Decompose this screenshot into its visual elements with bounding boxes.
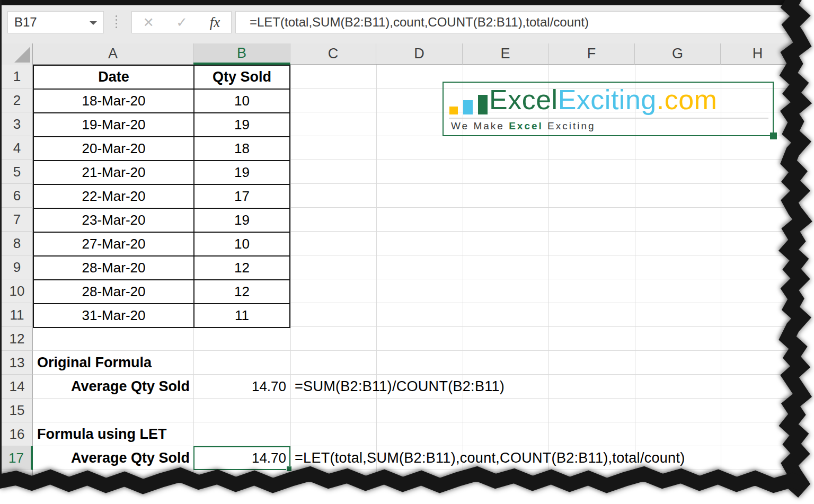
logo-bar-blue-icon xyxy=(463,100,473,114)
logo-bar-gold-icon xyxy=(449,107,458,114)
row-header-16[interactable]: 16 xyxy=(2,422,33,446)
logo-wordmark: ExcelExciting.com xyxy=(489,83,717,116)
row-header-7[interactable]: 7 xyxy=(2,208,33,232)
cell-B7[interactable]: 19 xyxy=(194,209,290,233)
row-header-10[interactable]: 10 xyxy=(2,279,33,303)
logo-word-excel: Excel xyxy=(489,84,558,115)
cell-header-B1[interactable]: Qty Sold xyxy=(194,66,290,90)
insert-function-icon[interactable]: fx xyxy=(210,14,220,31)
cell-B3[interactable]: 19 xyxy=(194,113,290,137)
logo-underline xyxy=(449,118,768,119)
cell-A17[interactable]: Average Qty Sold xyxy=(33,446,193,470)
cell-B8[interactable]: 10 xyxy=(194,233,290,257)
row-header-17[interactable]: 17 xyxy=(2,446,33,470)
cell-B4[interactable]: 18 xyxy=(194,137,290,161)
excelexciting-logo[interactable]: ExcelExciting.com We Make Excel Exciting xyxy=(443,82,774,136)
column-header-E[interactable]: E xyxy=(463,43,548,65)
cell-A13[interactable]: Original Formula xyxy=(37,351,152,375)
grid-line xyxy=(376,65,377,478)
row-header-8[interactable]: 8 xyxy=(2,232,33,255)
row-header-12[interactable]: 12 xyxy=(2,327,33,351)
cell-A8[interactable]: 27-Mar-20 xyxy=(34,233,194,257)
screenshot-border-left xyxy=(0,0,2,476)
fill-handle[interactable] xyxy=(286,466,292,472)
row-header-4[interactable]: 4 xyxy=(2,136,33,160)
formula-buttons: ✕ ✓ fx xyxy=(131,11,232,33)
cell-A3[interactable]: 19-Mar-20 xyxy=(34,113,194,137)
row-header-15[interactable]: 15 xyxy=(2,399,33,422)
select-all-button[interactable] xyxy=(2,43,33,65)
select-all-triangle-icon xyxy=(14,47,30,63)
logo-bar-green-icon xyxy=(478,95,488,114)
column-header-B[interactable]: B xyxy=(193,43,290,65)
object-resize-handle[interactable] xyxy=(770,132,777,139)
cell-A10[interactable]: 28-Mar-20 xyxy=(34,280,194,304)
row-header-3[interactable]: 3 xyxy=(2,112,33,136)
cell-B14[interactable]: 14.70 xyxy=(193,375,290,399)
cell-A5[interactable]: 21-Mar-20 xyxy=(34,161,194,185)
row-header-13[interactable]: 13 xyxy=(2,351,33,375)
tagline-brand: Excel xyxy=(509,120,543,131)
cell-C17[interactable]: =LET(total,SUM(B2:B11),count,COUNT(B2:B1… xyxy=(295,446,685,470)
cell-B9[interactable]: 12 xyxy=(194,257,290,280)
row-header-2[interactable]: 2 xyxy=(2,89,33,112)
logo-word-exciting: Exciting xyxy=(558,84,657,115)
row-header-11[interactable]: 11 xyxy=(2,303,33,327)
cell-B11[interactable]: 11 xyxy=(194,304,290,328)
tagline-prefix: We Make xyxy=(451,120,509,131)
column-header-D[interactable]: D xyxy=(376,43,463,65)
cell-header-A1[interactable]: Date xyxy=(34,66,194,90)
name-box-value: B17 xyxy=(14,15,37,29)
formula-bar[interactable]: =LET(total,SUM(B2:B11),count,COUNT(B2:B1… xyxy=(235,11,795,33)
cell-B5[interactable]: 19 xyxy=(194,161,290,185)
cell-A14[interactable]: Average Qty Sold xyxy=(33,375,193,399)
column-header-A[interactable]: A xyxy=(33,43,193,65)
cell-B10[interactable]: 12 xyxy=(194,280,290,304)
grid-line xyxy=(290,65,291,478)
cell-A7[interactable]: 23-Mar-20 xyxy=(34,209,194,233)
cancel-icon[interactable]: ✕ xyxy=(143,15,154,30)
excel-screenshot: B17 ✕ ✓ fx =LET(total,SUM(B2:B11),count,… xyxy=(0,0,814,504)
cell-B6[interactable]: 17 xyxy=(194,185,290,209)
cell-A4[interactable]: 20-Mar-20 xyxy=(34,137,194,161)
column-header-H[interactable]: H xyxy=(721,43,795,65)
column-header-G[interactable]: G xyxy=(635,43,721,65)
cell-A9[interactable]: 28-Mar-20 xyxy=(34,257,194,280)
row-header-5[interactable]: 5 xyxy=(2,160,33,184)
tagline-suffix: Exciting xyxy=(543,120,596,131)
logo-word-domain: .com xyxy=(657,84,718,115)
cell-B2[interactable]: 10 xyxy=(194,90,290,113)
row-header-1[interactable]: 1 xyxy=(2,65,33,89)
cell-C14[interactable]: =SUM(B2:B11)/COUNT(B2:B11) xyxy=(295,375,505,399)
name-box[interactable]: B17 xyxy=(7,11,104,33)
row-header-18[interactable]: 18 xyxy=(2,470,33,486)
column-header-C[interactable]: C xyxy=(290,43,376,65)
row-header-9[interactable]: 9 xyxy=(2,255,33,279)
cell-A16[interactable]: Formula using LET xyxy=(37,422,167,446)
row-header-14[interactable]: 14 xyxy=(2,375,33,399)
separator-grip[interactable] xyxy=(116,15,117,28)
cell-A2[interactable]: 18-Mar-20 xyxy=(34,90,194,113)
enter-icon[interactable]: ✓ xyxy=(176,14,188,31)
screenshot-border-top xyxy=(0,0,798,5)
data-table: DateQty Sold18-Mar-201019-Mar-201920-Mar… xyxy=(33,65,290,328)
active-cell-selection[interactable] xyxy=(193,446,290,470)
logo-tagline: We Make Excel Exciting xyxy=(451,120,596,132)
chevron-down-icon[interactable] xyxy=(90,21,97,25)
column-header-F[interactable]: F xyxy=(548,43,635,65)
cell-A6[interactable]: 22-Mar-20 xyxy=(34,185,194,209)
row-header-6[interactable]: 6 xyxy=(2,184,33,208)
cell-A11[interactable]: 31-Mar-20 xyxy=(34,304,194,328)
